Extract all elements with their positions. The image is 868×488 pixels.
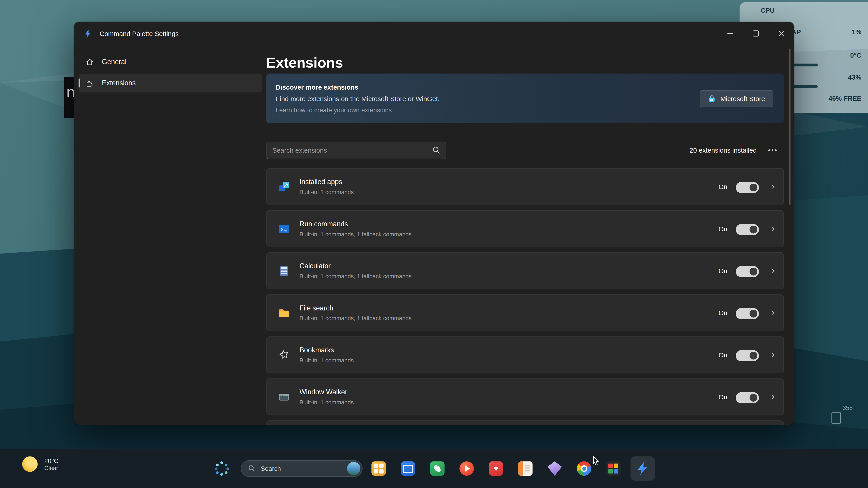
maximize-button[interactable] — [743, 22, 768, 44]
puzzle-icon — [85, 78, 94, 87]
extension-meta: Built-in, 1 commands — [300, 189, 354, 195]
extension-toggle[interactable] — [736, 308, 759, 319]
minimize-icon — [727, 33, 733, 33]
banner-subtitle: Find more extensions on the Microsoft St… — [276, 95, 439, 103]
extension-name: File search — [300, 304, 333, 312]
start-button[interactable] — [215, 461, 229, 476]
chrome-icon[interactable] — [577, 461, 591, 476]
chevron-right-icon[interactable]: › — [772, 349, 775, 360]
extension-toggle[interactable] — [736, 266, 759, 277]
cpu-usage-value: 1% — [852, 28, 861, 36]
temperature-value: 0°C — [850, 52, 861, 59]
chevron-right-icon[interactable]: › — [772, 307, 775, 318]
page-title: Extensions — [266, 54, 343, 71]
installed-apps-icon — [278, 181, 290, 193]
sidebar-item-label: General — [102, 58, 127, 66]
command-palette-app-icon — [84, 29, 92, 38]
extensions-page: Extensions Discover more extensions Find… — [266, 45, 794, 425]
taskbar-weather[interactable]: 20°C Clear — [22, 456, 59, 472]
more-options-button[interactable] — [766, 144, 778, 156]
extension-row-bookmarks[interactable]: Bookmarks Built-in, 1 commands On › — [266, 336, 784, 373]
extension-name: Calculator — [300, 262, 331, 270]
weather-condition: Clear — [44, 464, 59, 472]
extension-meta: Built-in, 1 commands — [300, 357, 354, 363]
close-button[interactable] — [768, 22, 794, 44]
banner-title: Discover more extensions — [276, 84, 358, 91]
extension-meta: Built-in, 1 commands, 1 fallback command… — [300, 231, 412, 237]
toggle-state-label: On — [718, 309, 727, 317]
taskbar-app-blue-icon[interactable] — [401, 461, 415, 476]
toggle-state-label: On — [718, 225, 727, 233]
extension-toggle[interactable] — [736, 350, 759, 361]
toggle-state-label: On — [718, 183, 727, 191]
extension-row-run-commands[interactable]: Run commands Built-in, 1 commands, 1 fal… — [266, 210, 784, 247]
taskbar-app-yellow-icon[interactable] — [371, 461, 386, 476]
taskbar-search[interactable]: Search — [241, 460, 363, 477]
search-icon — [248, 465, 256, 473]
extension-name: Run commands — [300, 220, 348, 228]
window-walker-icon — [278, 391, 290, 403]
extension-toggle[interactable] — [736, 224, 759, 235]
microsoft-store-icon — [708, 95, 716, 102]
extension-toggle[interactable] — [736, 392, 759, 403]
taskbar-book-app-icon[interactable] — [518, 461, 532, 476]
chevron-right-icon[interactable]: › — [772, 181, 775, 192]
sidebar-item-extensions[interactable]: Extensions — [79, 73, 262, 92]
extension-name: Window Walker — [300, 388, 347, 396]
usage-bar — [793, 85, 817, 88]
chevron-right-icon[interactable]: › — [772, 391, 775, 402]
toggle-state-label: On — [718, 267, 727, 275]
badge-number: 358 — [843, 404, 853, 411]
run-commands-icon — [278, 223, 290, 235]
taskbar-dock: Search ♥ — [215, 449, 655, 488]
extension-meta: Built-in, 1 commands — [300, 399, 354, 405]
extensions-search — [266, 141, 446, 159]
taskbar-gem-app-icon[interactable] — [548, 461, 562, 476]
extension-toggle[interactable] — [736, 182, 759, 193]
window-title: Command Palette Settings — [100, 30, 179, 38]
chevron-right-icon[interactable]: › — [772, 265, 775, 276]
moon-weather-icon — [22, 456, 38, 472]
search-highlights-thumbnail — [347, 462, 361, 475]
extension-row-window-walker[interactable]: Window Walker Built-in, 1 commands On › — [266, 379, 784, 416]
bookmark-star-icon — [278, 349, 290, 361]
extension-row-partial[interactable] — [266, 420, 784, 425]
scrollbar[interactable] — [789, 49, 790, 205]
taskbar-heart-app-icon[interactable]: ♥ — [489, 461, 503, 476]
document-icon — [832, 412, 841, 424]
sidebar-item-general[interactable]: General — [79, 53, 262, 71]
toggle-state-label: On — [718, 393, 727, 401]
home-icon — [85, 58, 94, 66]
close-icon — [778, 30, 784, 36]
search-extensions-input[interactable] — [266, 141, 446, 159]
titlebar[interactable]: Command Palette Settings — [74, 22, 794, 45]
minimize-button[interactable] — [717, 22, 743, 44]
installed-count-label: 20 extensions installed — [689, 147, 756, 154]
command-palette-settings-window: Command Palette Settings General — [74, 22, 794, 425]
folder-icon — [278, 307, 290, 319]
window-controls — [717, 22, 794, 44]
taskbar-search-label: Search — [261, 465, 347, 472]
command-palette-taskbar-button[interactable] — [630, 456, 655, 481]
cpu-label: CPU — [761, 7, 775, 14]
extension-row-installed-apps[interactable]: Installed apps Built-in, 1 commands On › — [266, 168, 784, 205]
weather-temp: 20°C — [44, 457, 59, 464]
extension-name: Bookmarks — [300, 346, 334, 354]
sidebar: General Extensions — [74, 45, 266, 425]
ellipsis-icon — [768, 149, 770, 151]
taskbar-app-green-icon[interactable] — [430, 461, 444, 476]
extension-row-file-search[interactable]: File search Built-in, 1 commands, 1 fall… — [266, 294, 784, 331]
desktop: CPU AP 1% 0°C 43% 46% FREE n 358 Command… — [0, 0, 868, 488]
create-extensions-link[interactable]: Learn how to create your own extensions — [276, 107, 392, 113]
chevron-right-icon[interactable]: › — [772, 223, 775, 234]
extension-row-calculator[interactable]: Calculator Built-in, 1 commands, 1 fallb… — [266, 252, 784, 289]
taskbar-media-play-icon[interactable] — [460, 461, 474, 476]
taskbar-photos-grid-icon[interactable] — [606, 461, 620, 476]
extension-meta: Built-in, 1 commands, 1 fallback command… — [300, 273, 412, 280]
microsoft-store-button[interactable]: Microsoft Store — [700, 90, 773, 107]
taskbar: 20°C Clear Search — [0, 449, 868, 488]
command-palette-icon — [636, 461, 650, 476]
sidebar-item-label: Extensions — [102, 79, 136, 87]
background-window-text: n — [66, 84, 75, 101]
mouse-cursor — [592, 456, 601, 466]
